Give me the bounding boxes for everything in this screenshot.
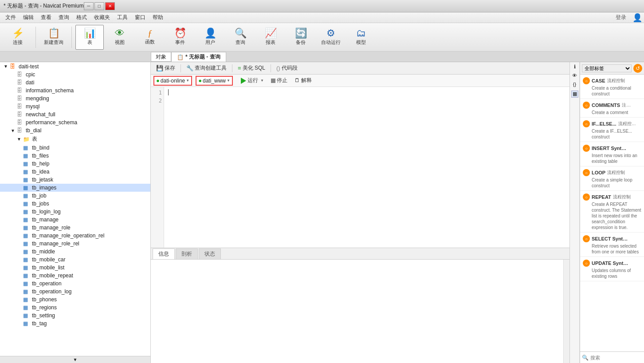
db2-dropdown-arrow[interactable]: ▼ [227,79,230,83]
model-button[interactable]: 🗂 模型 [347,25,375,50]
tree-item-tb-mobile-car[interactable]: ▦ tb_mobile_car [0,256,150,264]
tree-item-performance-schema[interactable]: 🗄 performance_schema [0,118,150,126]
snippet-repeat[interactable]: ○ REPEAT 流程控制 Create A REPEAT construct.… [580,191,644,233]
user-avatar-icon[interactable]: 👤 [632,13,642,23]
query-button[interactable]: 🔍 查询 [226,25,255,50]
beautify-button[interactable]: ≡ 美化 SQL [234,63,269,73]
tree-item-tb-middle[interactable]: ▦ tb_middle [0,248,150,256]
menu-edit[interactable]: 编辑 [20,13,37,22]
tree-item-tb-operation[interactable]: ▦ tb_operation [0,280,150,288]
code-snippet-button[interactable]: () 代码段 [273,63,301,73]
tab-query[interactable]: 📋 * 无标题 - 查询 [171,52,226,62]
snippet-select[interactable]: ○ SELECT Synt… Retrieve rows selected fr… [580,233,644,257]
db1-select-box[interactable]: ● dati-online ▼ [153,76,192,86]
tree-item-tb-manage-role-operation-rel[interactable]: ▦ tb_manage_role_operation_rel [0,232,150,240]
tree-item-mengding[interactable]: 🗄 mengding [0,95,150,103]
eye-icon[interactable]: 👁 [571,73,578,80]
tree-arrow[interactable]: ▼ [11,128,17,133]
tree-item-tables-folder[interactable]: ▼ 📁 表 [0,134,150,144]
editor-content[interactable] [165,87,569,248]
tree-item-daiti-test[interactable]: ▼ 🗄 daiti-test [0,62,150,71]
menu-file[interactable]: 文件 [2,13,20,22]
tab-info[interactable]: 信息 [153,249,175,259]
snippets-filter-select[interactable]: 全部标签 [582,64,632,72]
snippet-update[interactable]: ○ UPDATE Synt… Updates columns of existi… [580,257,644,281]
tree-item-tb-jobs[interactable]: ▦ tb_jobs [0,200,150,208]
tab-object[interactable]: 对象 [151,52,171,62]
tree-item-tb-jetask[interactable]: ▦ tb_jetask [0,176,150,184]
db1-dropdown-arrow[interactable]: ▼ [186,79,189,83]
tree-item-tb-mobile-repeat[interactable]: ▦ tb_mobile_repeat [0,272,150,280]
tree-item-tb-dial[interactable]: ▼ 🗄 tb_dial [0,126,150,134]
snippet-case[interactable]: ○ CASE 流程控制 Create a conditional constru… [580,75,644,99]
tree-item-dati[interactable]: 🗄 dati [0,79,150,87]
run-button[interactable]: 运行 ▼ [238,76,267,85]
tree-item-tb-phones[interactable]: ▦ tb_phones [0,296,150,304]
new-query-button[interactable]: 📋 新建查询 [39,25,68,50]
snippets-add-button[interactable]: ↺ [633,64,642,73]
tree-item-tb-login-log[interactable]: ▦ tb_login_log [0,208,150,216]
table-grid-icon[interactable]: ▦ [571,91,578,98]
tree-arrow-daiti-test[interactable]: ▼ [4,64,10,69]
tab-status[interactable]: 状态 [199,249,221,259]
user-button[interactable]: 👤 用户 [196,25,224,50]
tree-item-newchat-full[interactable]: 🗄 newchat_full [0,110,150,118]
menu-query[interactable]: 查询 [55,13,73,22]
sql-editor[interactable]: 1 2 [151,87,569,248]
tree-item-tb-bind[interactable]: ▦ tb_bind [0,144,150,152]
close-button[interactable]: ✕ [105,2,115,10]
tree-item-tb-files[interactable]: ▦ tb_files [0,152,150,160]
snippet-loop[interactable]: ○ LOOP 流程控制 Create a simple loop constru… [580,166,644,191]
tree-item-information-schema[interactable]: 🗄 information_schema [0,87,150,95]
snippet-insert[interactable]: ○ INSERT Synt… Insert new rows into an e… [580,142,644,166]
query-builder-button[interactable]: 🔧 查询创建工具 [183,63,230,73]
snippet-if-else[interactable]: ○ IF...ELSE... 流程控… Create a IF...ELSE..… [580,118,644,142]
bottom-scrollbar[interactable] [563,260,569,363]
sidebar-scroll-down[interactable]: ▼ [0,356,150,363]
tree-item-tb-mobile-list[interactable]: ▦ tb_mobile_list [0,264,150,272]
tree-item-tb-manage-role-rel[interactable]: ▦ tb_manage_role_rel [0,240,150,248]
autorun-button[interactable]: ⚙ 自动运行 [317,25,345,50]
tree-item-tb-operation-log[interactable]: ▦ tb_operation_log [0,288,150,296]
tree-item-tb-idea[interactable]: ▦ tb_idea [0,168,150,176]
tab-profile[interactable]: 剖析 [176,249,198,259]
tree-item-tb-tag[interactable]: ▦ tb_tag [0,320,150,327]
tree-arrow[interactable]: ▼ [17,137,23,142]
backup-button[interactable]: 🔄 备份 [287,25,315,50]
report-button[interactable]: 📈 报表 [256,25,285,50]
tree-item-tb-manage[interactable]: ▦ tb_manage [0,216,150,224]
tree-item-tb-help[interactable]: ▦ tb_help [0,160,150,168]
main-tabbar: 对象 📋 * 无标题 - 查询 [0,51,644,62]
db-icon: 🗄 [17,119,25,126]
tree-item-tb-regions[interactable]: ▦ tb_regions [0,304,150,312]
snippet-comments[interactable]: ○ COMMENTS 注… Create a comment [580,99,644,118]
menu-view[interactable]: 查看 [37,13,55,22]
menu-tools[interactable]: 工具 [114,13,131,22]
tree-item-tb-manage-role[interactable]: ▦ tb_manage_role [0,224,150,232]
event-button[interactable]: ⏰ 事件 [166,25,194,50]
view-button[interactable]: 👁 视图 [106,25,134,50]
run-dropdown-arrow[interactable]: ▼ [260,79,264,83]
info-icon[interactable]: ℹ [571,64,578,71]
login-button[interactable]: 登录 [613,13,629,22]
table-button[interactable]: 📊 表 [75,25,104,50]
explain-button[interactable]: 🗒 解释 [292,76,314,85]
save-button[interactable]: 💾 保存 [153,63,179,73]
menu-favorites[interactable]: 收藏夹 [90,13,114,22]
connect-button[interactable]: ⚡ 连接 [4,25,32,50]
maximize-button[interactable]: □ [94,2,104,10]
db2-select-box[interactable]: ● dati_www ▼ [196,76,233,86]
minimize-button[interactable]: ─ [84,2,94,10]
menu-help[interactable]: 帮助 [149,13,167,22]
function-button[interactable]: ƒ 函数 [136,25,164,50]
menu-window[interactable]: 窗口 [131,13,149,22]
tree-item-tb-setting[interactable]: ▦ tb_setting [0,312,150,320]
snippets-search-input[interactable] [590,355,644,360]
tree-item-tb-images[interactable]: ▦ tb_images [0,184,150,192]
menu-format[interactable]: 格式 [73,13,90,22]
stop-button[interactable]: 停止 [268,76,290,85]
tree-item-cpic[interactable]: 🗄 cpic [0,71,150,79]
tree-item-mysql[interactable]: 🗄 mysql [0,103,150,110]
tree-item-tb-job[interactable]: ▦ tb_job [0,192,150,200]
braces-icon[interactable]: {} [571,82,578,89]
